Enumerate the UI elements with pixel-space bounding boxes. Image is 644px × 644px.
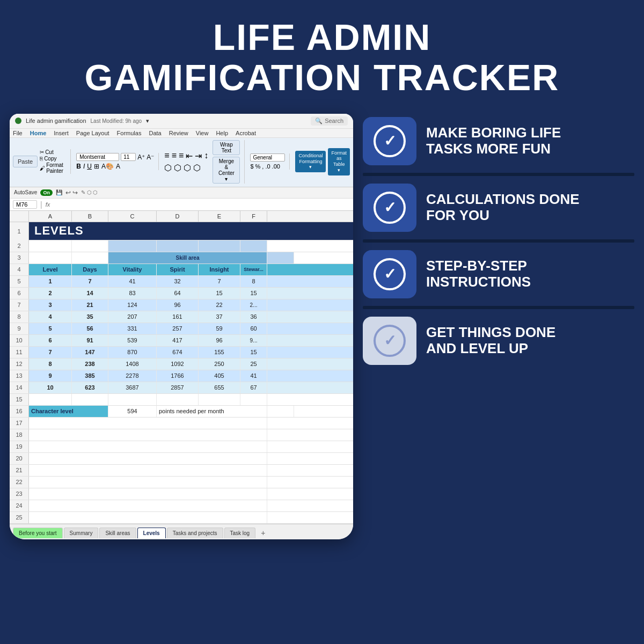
cell-E2[interactable] [199, 240, 240, 252]
cell-vit-11[interactable]: 870 [108, 347, 157, 358]
cell-spi-8[interactable]: 161 [157, 311, 199, 323]
col-header-F[interactable]: F [240, 211, 267, 222]
add-sheet-button[interactable]: + [257, 526, 269, 539]
cell-level-8[interactable]: 4 [29, 311, 72, 323]
cell-A2[interactable] [29, 240, 72, 252]
col-header-E[interactable]: E [199, 211, 240, 222]
align-center-icon[interactable]: ⬡ [174, 163, 181, 173]
autosave-toggle[interactable]: On [40, 189, 53, 196]
cell-days-5[interactable]: 7 [72, 276, 108, 287]
header-spirit[interactable]: Spirit [157, 264, 199, 275]
cell-spi-9[interactable]: 257 [157, 323, 199, 334]
text-direction-icon[interactable]: ↕ [204, 151, 208, 161]
align-middle-icon[interactable]: ≡ [172, 151, 177, 161]
decimal-inc-button[interactable]: .0 [265, 163, 270, 170]
cell-days-10[interactable]: 91 [72, 335, 108, 346]
decimal-dec-button[interactable]: .00 [272, 163, 280, 170]
cell-spi-10[interactable]: 417 [157, 335, 199, 346]
dropdown-icon[interactable]: ▾ [146, 118, 149, 125]
format-painter-label[interactable]: Format Painter [46, 162, 66, 174]
cell-B2[interactable] [72, 240, 108, 252]
cell-ste-13[interactable]: 41 [240, 370, 267, 382]
cell-level-6[interactable]: 2 [29, 288, 72, 299]
cell-spi-12[interactable]: 1092 [157, 358, 199, 370]
font-size-input[interactable] [121, 153, 136, 161]
col-header-D[interactable]: D [157, 211, 199, 222]
tab-before-you-start[interactable]: Before you start [13, 528, 63, 538]
undo-button[interactable]: ↩ [65, 189, 71, 196]
cell-level-14[interactable]: 10 [29, 382, 72, 393]
cell-level-12[interactable]: 8 [29, 358, 72, 370]
cell-C2[interactable] [108, 240, 157, 252]
cell-B3[interactable] [72, 252, 108, 264]
cell-A3[interactable] [29, 252, 72, 264]
menu-review[interactable]: Review [169, 130, 188, 136]
font-shrink-icon[interactable]: A⁻ [147, 153, 154, 161]
font-color-button[interactable]: A [116, 163, 120, 170]
cell-vit-13[interactable]: 2278 [108, 370, 157, 382]
cell-vit-5[interactable]: 41 [108, 276, 157, 287]
cell-vit-9[interactable]: 331 [108, 323, 157, 334]
cell-D15[interactable] [157, 394, 199, 405]
tab-summary[interactable]: Summary [64, 528, 99, 538]
cell-vit-10[interactable]: 539 [108, 335, 157, 346]
italic-button[interactable]: I [83, 163, 85, 170]
character-level-value[interactable]: 594 [108, 406, 157, 417]
cut-label[interactable]: Cut [45, 149, 54, 155]
col-header-B[interactable]: B [72, 211, 108, 222]
tab-task-log[interactable]: Task log [224, 528, 256, 538]
cell-B15[interactable] [72, 394, 108, 405]
header-days[interactable]: Days [72, 264, 108, 275]
indent-dec-icon[interactable]: ⇤ [186, 151, 193, 161]
cell-spi-7[interactable]: 96 [157, 299, 199, 311]
number-format-input[interactable] [250, 153, 285, 162]
header-vitality[interactable]: Vitality [108, 264, 157, 275]
bold-button[interactable]: B [76, 163, 81, 170]
wrap-text-button[interactable]: Wrap Text [213, 140, 240, 155]
align-bottom-icon[interactable]: ≡ [179, 151, 184, 161]
format-table-button[interactable]: Format asTable ▾ [328, 148, 350, 175]
cell-days-13[interactable]: 385 [72, 370, 108, 382]
cell-ste-9[interactable]: 60 [240, 323, 267, 334]
cell-ins-5[interactable]: 7 [199, 276, 240, 287]
tab-tasks-projects[interactable]: Tasks and projects [167, 528, 223, 538]
cell-level-9[interactable]: 5 [29, 323, 72, 334]
save-icon[interactable]: 💾 [56, 189, 62, 195]
cell-ins-9[interactable]: 59 [199, 323, 240, 334]
cell-vit-8[interactable]: 207 [108, 311, 157, 323]
justify-icon[interactable]: ⬡ [193, 163, 201, 173]
levels-title-cell[interactable]: LEVELS [29, 222, 353, 240]
cell-level-11[interactable]: 7 [29, 347, 72, 358]
cell-ins-13[interactable]: 405 [199, 370, 240, 382]
cell-ins-10[interactable]: 96 [199, 335, 240, 346]
menu-view[interactable]: View [196, 130, 209, 136]
tab-skill-areas[interactable]: Skill areas [99, 528, 136, 538]
cell-days-6[interactable]: 14 [72, 288, 108, 299]
menu-data[interactable]: Data [149, 130, 161, 136]
cell-ste-10[interactable]: 9... [240, 335, 267, 346]
cell-vit-6[interactable]: 83 [108, 288, 157, 299]
cell-reference-input[interactable] [13, 200, 37, 209]
conditional-formatting-button[interactable]: ConditionalFormatting ▾ [295, 151, 326, 172]
cell-days-14[interactable]: 623 [72, 382, 108, 393]
indent-inc-icon[interactable]: ⇥ [195, 151, 202, 161]
menu-formulas[interactable]: Formulas [117, 130, 142, 136]
cell-ste-14[interactable]: 67 [240, 382, 267, 393]
cell-days-8[interactable]: 35 [72, 311, 108, 323]
align-left-icon[interactable]: ⬡ [164, 163, 172, 173]
merge-center-button[interactable]: Merge & Center ▾ [213, 157, 240, 184]
cell-vit-12[interactable]: 1408 [108, 358, 157, 370]
cell-spi-13[interactable]: 1766 [157, 370, 199, 382]
excel-search[interactable]: 🔍 Search [311, 116, 348, 126]
cell-days-12[interactable]: 238 [72, 358, 108, 370]
cell-vit-7[interactable]: 124 [108, 299, 157, 311]
tab-levels[interactable]: Levels [137, 528, 166, 538]
cell-ins-12[interactable]: 250 [199, 358, 240, 370]
cell-level-13[interactable]: 9 [29, 370, 72, 382]
cell-level-10[interactable]: 6 [29, 335, 72, 346]
cell-spi-5[interactable]: 32 [157, 276, 199, 287]
font-name-input[interactable] [76, 153, 119, 161]
align-right-icon[interactable]: ⬡ [184, 163, 191, 173]
font-grow-icon[interactable]: A⁺ [137, 153, 145, 161]
menu-pagelayout[interactable]: Page Layout [76, 130, 109, 136]
